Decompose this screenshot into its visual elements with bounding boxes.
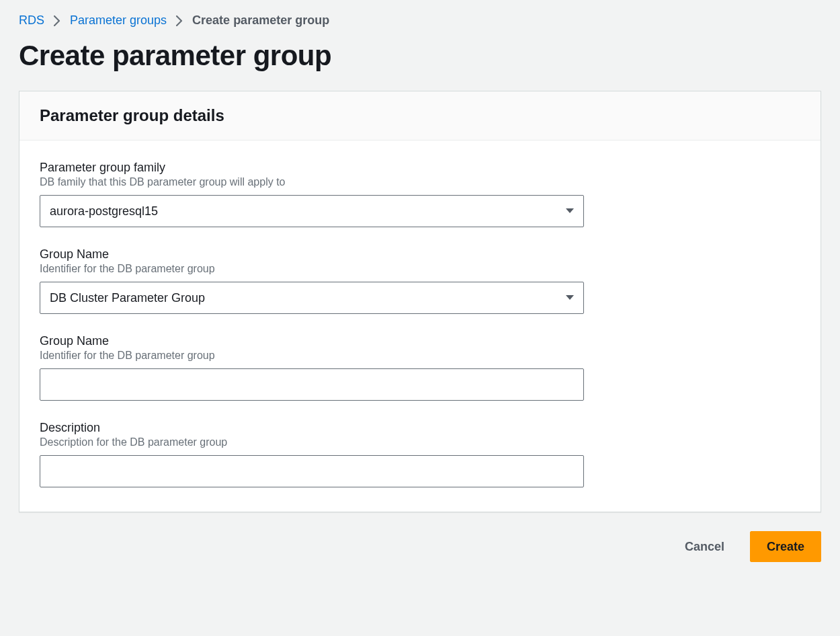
select-value: aurora-postgresql15 bbox=[50, 204, 158, 218]
breadcrumb-link-rds[interactable]: RDS bbox=[19, 13, 44, 28]
details-panel: Parameter group details Parameter group … bbox=[19, 91, 821, 512]
field-label: Group Name bbox=[40, 334, 800, 348]
breadcrumb-link-parameter-groups[interactable]: Parameter groups bbox=[70, 13, 167, 28]
panel-title: Parameter group details bbox=[40, 106, 800, 125]
form-actions: Cancel Create bbox=[19, 531, 821, 562]
field-group-type: Group Name Identifier for the DB paramet… bbox=[40, 247, 800, 314]
group-type-select[interactable]: DB Cluster Parameter Group bbox=[40, 282, 584, 314]
breadcrumb-current: Create parameter group bbox=[192, 13, 329, 28]
field-hint: Identifier for the DB parameter group bbox=[40, 263, 800, 275]
chevron-right-icon bbox=[176, 15, 183, 26]
field-label: Description bbox=[40, 421, 800, 435]
cancel-button[interactable]: Cancel bbox=[669, 531, 741, 562]
field-description: Description Description for the DB param… bbox=[40, 421, 800, 487]
field-hint: Identifier for the DB parameter group bbox=[40, 350, 800, 362]
group-name-input[interactable] bbox=[40, 368, 584, 401]
panel-header: Parameter group details bbox=[19, 91, 821, 141]
field-group-name: Group Name Identifier for the DB paramet… bbox=[40, 334, 800, 401]
field-label: Parameter group family bbox=[40, 161, 800, 175]
field-parameter-group-family: Parameter group family DB family that th… bbox=[40, 161, 800, 227]
field-label: Group Name bbox=[40, 247, 800, 262]
chevron-right-icon bbox=[54, 15, 60, 26]
breadcrumb: RDS Parameter groups Create parameter gr… bbox=[19, 13, 821, 28]
create-button[interactable]: Create bbox=[750, 531, 821, 562]
page-title: Create parameter group bbox=[19, 40, 821, 72]
select-value: DB Cluster Parameter Group bbox=[50, 291, 205, 305]
description-input[interactable] bbox=[40, 455, 584, 487]
field-hint: DB family that this DB parameter group w… bbox=[40, 176, 800, 188]
parameter-group-family-select[interactable]: aurora-postgresql15 bbox=[40, 195, 584, 227]
field-hint: Description for the DB parameter group bbox=[40, 436, 800, 448]
